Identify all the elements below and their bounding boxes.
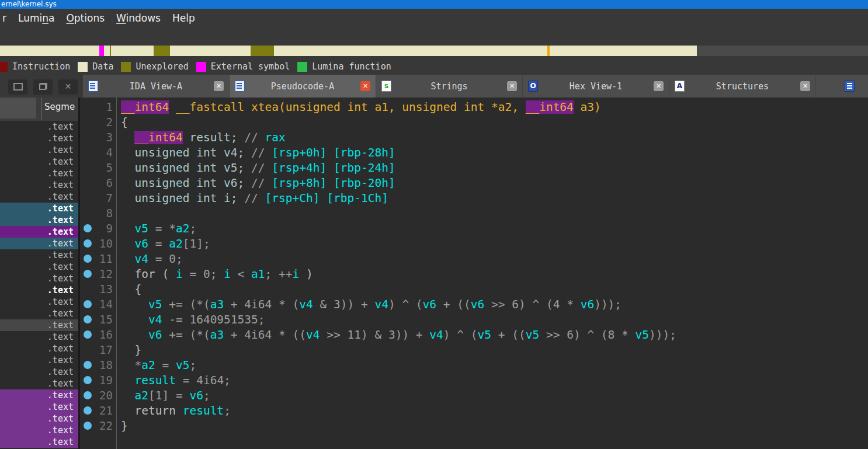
breakpoint-dot-cell[interactable] xyxy=(80,224,95,232)
segment-row[interactable]: .text xyxy=(0,389,78,401)
tab-pseudocode-a[interactable]: Pseudocode-A✕ xyxy=(230,75,376,98)
breakpoint-dot-cell[interactable] xyxy=(80,270,95,278)
line-address-dot[interactable] xyxy=(84,406,92,415)
segment-row[interactable]: .text xyxy=(0,238,78,249)
line-address-dot[interactable] xyxy=(84,300,92,308)
segment-row[interactable]: .text xyxy=(0,249,78,261)
code-line[interactable]: 2{ xyxy=(80,114,868,130)
tab-structures[interactable]: AStructures✕ xyxy=(669,75,816,98)
code-line[interactable]: 1__int64 __fastcall xtea(unsigned int a1… xyxy=(80,99,868,114)
code-line[interactable]: 14 v5 += (*(a3 + 4i64 * (v4 & 3)) + v4) … xyxy=(80,297,868,312)
code-line[interactable]: 3 __int64 result; // rax xyxy=(80,130,868,145)
line-address-dot[interactable] xyxy=(84,224,92,232)
segment-row[interactable]: .text xyxy=(0,273,78,284)
tab-close-icon[interactable]: ✕ xyxy=(800,81,810,91)
menu-item-windows[interactable]: Windows xyxy=(115,12,162,24)
cascade-windows-button[interactable] xyxy=(33,79,53,95)
breakpoint-dot-cell[interactable] xyxy=(80,330,95,339)
segment-row[interactable]: .text xyxy=(0,401,78,413)
segment-row[interactable]: .text xyxy=(0,296,78,308)
tab-strings[interactable]: sStrings✕ xyxy=(376,75,523,98)
segment-row[interactable]: .text xyxy=(0,156,78,168)
line-address-dot[interactable] xyxy=(84,330,92,339)
code-line[interactable]: 11 v4 = 0; xyxy=(80,251,868,266)
breakpoint-dot-cell[interactable] xyxy=(80,406,95,415)
menu-item-lumina[interactable]: Lumina xyxy=(17,12,55,24)
tab-close-icon[interactable]: ✕ xyxy=(360,81,370,91)
external-symbol-mark[interactable] xyxy=(99,46,104,56)
segment-row[interactable]: .text xyxy=(0,179,78,191)
segment-row[interactable]: .text xyxy=(0,168,78,179)
code-line[interactable]: 20 a2[1] = v6; xyxy=(80,388,868,403)
unexplored-mark[interactable] xyxy=(251,46,274,56)
segment-row[interactable]: .text xyxy=(0,424,78,436)
code-line[interactable]: 10 v6 = a2[1]; xyxy=(80,236,868,251)
breakpoint-dot-cell[interactable] xyxy=(80,422,95,430)
pseudocode-panel[interactable]: 1__int64 __fastcall xtea(unsigned int a1… xyxy=(80,98,868,449)
code-line[interactable]: 22} xyxy=(80,418,868,433)
code-line[interactable]: 7 unsigned int i; // [rsp+Ch] [rbp-1Ch] xyxy=(80,190,868,206)
segment-row[interactable]: .text xyxy=(0,319,78,331)
unexplored-mark[interactable] xyxy=(154,46,170,56)
code-line[interactable]: 8 xyxy=(80,206,868,221)
segment-row[interactable]: .text xyxy=(0,226,78,238)
code-line[interactable]: 21 return result; xyxy=(80,403,868,418)
tab-close-icon[interactable]: ✕ xyxy=(214,81,224,91)
code-line[interactable]: 17 } xyxy=(80,342,868,357)
code-line[interactable]: 18 *a2 = v5; xyxy=(80,357,868,373)
unexplored-mark[interactable] xyxy=(110,46,111,56)
code-line[interactable]: 6 unsigned int v6; // [rsp+8h] [rbp-20h] xyxy=(80,175,868,190)
close-window-button[interactable]: ✕ xyxy=(58,79,78,95)
breakpoint-dot-cell[interactable] xyxy=(80,300,95,308)
segment-row[interactable]: .text xyxy=(0,331,78,343)
menu-item-help[interactable]: Help xyxy=(171,12,196,24)
segment-row[interactable]: .text xyxy=(0,133,78,144)
code-line[interactable]: 19 result = 4i64; xyxy=(80,373,868,388)
segment-row[interactable]: .text xyxy=(0,436,78,448)
restore-window-button[interactable] xyxy=(8,79,27,95)
menu-item-r[interactable]: r xyxy=(1,12,8,24)
line-address-dot[interactable] xyxy=(84,391,92,399)
breakpoint-dot-cell[interactable] xyxy=(80,391,95,399)
code-line[interactable]: 15 v4 -= 1640951535; xyxy=(80,312,868,327)
line-address-dot[interactable] xyxy=(84,270,92,278)
segment-row[interactable]: .text xyxy=(0,261,78,273)
segment-row[interactable]: .text xyxy=(0,191,78,203)
tab-ida-view-a[interactable]: IDA View-A✕ xyxy=(83,75,230,98)
segment-row[interactable]: .text xyxy=(0,144,78,156)
tab-close-icon[interactable]: ✕ xyxy=(654,81,664,91)
breakpoint-dot-cell[interactable] xyxy=(80,376,95,384)
breakpoint-dot-cell[interactable] xyxy=(80,361,95,369)
segment-row[interactable]: .text xyxy=(0,413,78,424)
line-address-dot[interactable] xyxy=(84,255,92,263)
breakpoint-dot-cell[interactable] xyxy=(80,315,95,323)
segment-row[interactable]: .text xyxy=(0,121,78,133)
breakpoint-dot-cell[interactable] xyxy=(80,255,95,263)
navigation-band[interactable] xyxy=(0,46,868,56)
segment-row[interactable]: .text xyxy=(0,214,78,226)
code-line[interactable]: 12 for ( i = 0; i < a1; ++i ) xyxy=(80,266,868,281)
menu-item-options[interactable]: Options xyxy=(65,12,106,24)
segment-row[interactable]: .text xyxy=(0,378,78,389)
code-line[interactable]: 9 v5 = *a2; xyxy=(80,221,868,236)
line-address-dot[interactable] xyxy=(84,376,92,384)
code-line[interactable]: 13 { xyxy=(80,281,868,297)
segment-row[interactable]: .text xyxy=(0,343,78,354)
code-line[interactable]: 16 v6 += (*(a3 + 4i64 * ((v4 >> 11) & 3)… xyxy=(80,327,868,342)
breakpoint-dot-cell[interactable] xyxy=(80,239,95,248)
line-address-dot[interactable] xyxy=(84,239,92,248)
line-address-dot[interactable] xyxy=(84,422,92,430)
tab-hex-view-1[interactable]: OHex View-1✕ xyxy=(523,75,669,98)
segments-header[interactable]: Segme xyxy=(0,98,78,121)
tab-close-icon[interactable]: ✕ xyxy=(507,81,517,91)
segment-row[interactable]: .text xyxy=(0,366,78,378)
line-address-dot[interactable] xyxy=(84,315,92,323)
segment-row[interactable]: .text xyxy=(0,284,78,296)
tab-enums[interactable] xyxy=(816,75,868,98)
line-address-dot[interactable] xyxy=(84,361,92,369)
segment-row[interactable]: .text xyxy=(0,308,78,319)
segment-row[interactable]: .text xyxy=(0,354,78,366)
code-line[interactable]: 4 unsigned int v4; // [rsp+0h] [rbp-28h] xyxy=(80,145,868,160)
current-position-indicator[interactable] xyxy=(547,46,550,56)
code-line[interactable]: 5 unsigned int v5; // [rsp+4h] [rbp-24h] xyxy=(80,160,868,175)
